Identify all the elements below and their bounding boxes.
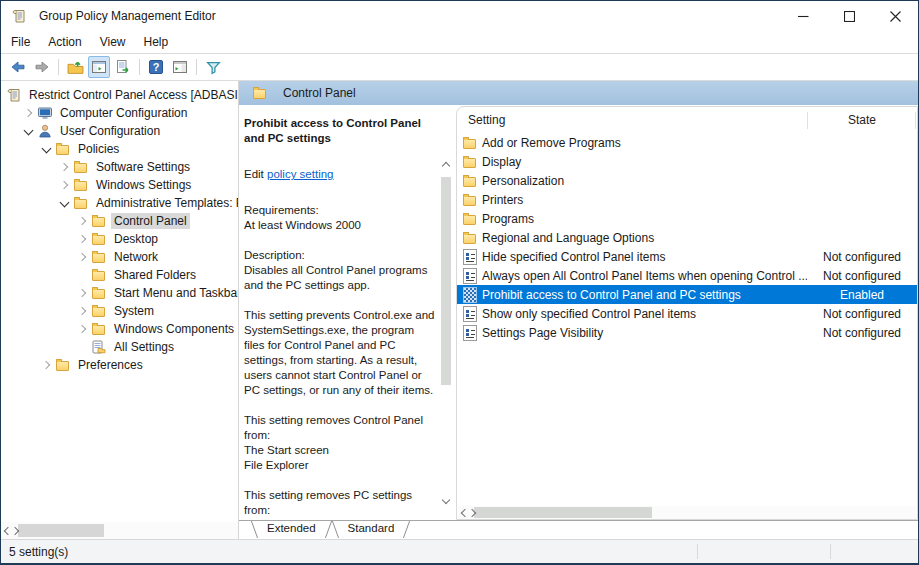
folder-icon: [72, 159, 89, 175]
row-setting-label: Printers: [478, 193, 807, 207]
chevron-right-icon[interactable]: [39, 357, 54, 373]
chevron-right-icon[interactable]: [57, 159, 72, 175]
chevron-down-icon[interactable]: [39, 141, 54, 157]
chevron-down-icon[interactable]: [21, 123, 36, 139]
list-row-personalization[interactable]: Personalization: [457, 171, 917, 190]
scroll-right-icon[interactable]: [11, 526, 238, 536]
list-row-always-open-all-control-panel-items[interactable]: Always open All Control Panel Items when…: [457, 266, 917, 285]
list-row-settings-page-visibility[interactable]: Settings Page Visibility Not configured: [457, 323, 917, 342]
chevron-right-icon[interactable]: [75, 249, 90, 265]
maximize-button[interactable]: [826, 1, 872, 31]
up-one-level-button[interactable]: [64, 56, 86, 78]
edit-policy-setting-link[interactable]: policy setting: [267, 168, 333, 180]
export-list-button[interactable]: [112, 56, 134, 78]
details-vertical-scrollbar[interactable]: [439, 159, 453, 506]
menu-bar: File Action View Help: [1, 31, 918, 54]
toolbar-separator: [139, 59, 140, 75]
chevron-right-icon[interactable]: [75, 213, 90, 229]
policy-setting-icon: [461, 325, 478, 341]
forward-button[interactable]: [31, 56, 53, 78]
filter-button[interactable]: [202, 56, 224, 78]
list-row-programs[interactable]: Programs: [457, 209, 917, 228]
console-tree-button[interactable]: [88, 56, 110, 78]
tree-item-policies[interactable]: Policies: [1, 140, 238, 158]
chevron-right-icon[interactable]: [75, 321, 90, 337]
row-state-label: Not configured: [807, 269, 917, 283]
action-pane-button[interactable]: [169, 56, 191, 78]
list-row-hide-specified-control-panel-items[interactable]: Hide specified Control Panel items Not c…: [457, 247, 917, 266]
scroll-right-icon[interactable]: [468, 508, 916, 518]
tree-item-label: System: [111, 303, 157, 319]
row-setting-label: Personalization: [478, 174, 807, 188]
console-tree-icon: [91, 59, 107, 75]
tree-item-shared-folders[interactable]: Shared Folders: [1, 266, 238, 284]
tree-item-root[interactable]: Restrict Control Panel Access [ADBASIC: [1, 86, 238, 104]
tree-item-all-settings[interactable]: All Settings: [1, 338, 238, 356]
folder-icon: [461, 137, 478, 149]
status-text: 5 setting(s): [9, 545, 68, 559]
menu-item-file[interactable]: File: [2, 32, 39, 52]
folder-icon: [90, 285, 107, 301]
column-header-setting[interactable]: Setting: [457, 113, 807, 127]
menu-item-view[interactable]: View: [91, 32, 135, 52]
list-row-add-or-remove-programs[interactable]: Add or Remove Programs: [457, 133, 917, 152]
scrollbar-thumb[interactable]: [441, 177, 451, 385]
folder-icon: [54, 357, 71, 373]
chevron-right-icon[interactable]: [57, 177, 72, 193]
row-setting-label: Regional and Language Options: [478, 231, 807, 245]
main-area: Restrict Control Panel Access [ADBASIC C…: [1, 81, 918, 539]
minimize-button[interactable]: [780, 1, 826, 31]
tree-item-start-menu-and-taskbar[interactable]: Start Menu and Taskbar: [1, 284, 238, 302]
tree-item-software-settings[interactable]: Software Settings: [1, 158, 238, 176]
list-row-printers[interactable]: Printers: [457, 190, 917, 209]
svg-text:?: ?: [153, 61, 160, 73]
user-icon: [36, 123, 53, 139]
tree-item-administrative-templates[interactable]: Administrative Templates: Pc: [1, 194, 238, 212]
description-text: Disables all Control Panel programs and …: [244, 263, 436, 518]
scrollbar-track[interactable]: [440, 169, 452, 496]
list-horizontal-scrollbar[interactable]: [458, 506, 916, 519]
tree-item-system[interactable]: System: [1, 302, 238, 320]
chevron-down-icon[interactable]: [57, 195, 72, 211]
help-button[interactable]: ?: [145, 56, 167, 78]
settings-list-panel: Setting State Add or Remove Programs Dis…: [456, 106, 918, 520]
tree-item-windows-components[interactable]: Windows Components: [1, 320, 238, 338]
tab-extended[interactable]: Extended: [251, 521, 332, 539]
scroll-down-icon[interactable]: [441, 496, 451, 506]
list-row-regional-and-language-options[interactable]: Regional and Language Options: [457, 228, 917, 247]
tree-item-label: Start Menu and Taskbar: [111, 285, 239, 301]
folder-icon: [251, 85, 268, 101]
status-bar: 5 setting(s): [1, 539, 918, 563]
column-separator[interactable]: [807, 112, 808, 129]
chevron-right-icon[interactable]: [75, 303, 90, 319]
back-button[interactable]: [7, 56, 29, 78]
chevron-right-icon[interactable]: [21, 105, 36, 121]
folder-icon: [90, 321, 107, 337]
close-button[interactable]: [872, 1, 918, 31]
tree-item-computer-configuration[interactable]: Computer Configuration: [1, 104, 238, 122]
chevron-right-icon[interactable]: [75, 285, 90, 301]
list-row-show-only-specified-control-panel-items[interactable]: Show only specified Control Panel items …: [457, 304, 917, 323]
tree-item-control-panel[interactable]: Control Panel: [1, 212, 238, 230]
tree-item-windows-settings[interactable]: Windows Settings: [1, 176, 238, 194]
list-row-prohibit-access-to-control-panel[interactable]: Prohibit access to Control Panel and PC …: [457, 285, 917, 304]
tree-item-user-configuration[interactable]: User Configuration: [1, 122, 238, 140]
row-state-label: Not configured: [807, 326, 917, 340]
tree-item-preferences[interactable]: Preferences: [1, 356, 238, 374]
tree-item-desktop[interactable]: Desktop: [1, 230, 238, 248]
column-header-state[interactable]: State: [807, 113, 917, 127]
window-title: Group Policy Management Editor: [39, 9, 216, 23]
folder-icon: [90, 213, 107, 229]
column-separator[interactable]: [915, 112, 916, 129]
tab-standard[interactable]: Standard: [332, 521, 411, 539]
tree-item-network[interactable]: Network: [1, 248, 238, 266]
tree-horizontal-scrollbar[interactable]: [1, 522, 238, 539]
scroll-up-icon[interactable]: [441, 159, 451, 169]
list-row-display[interactable]: Display: [457, 152, 917, 171]
menu-item-action[interactable]: Action: [39, 32, 90, 52]
menu-item-help[interactable]: Help: [135, 32, 178, 52]
folder-icon: [461, 194, 478, 206]
edit-line: Edit policy setting: [244, 167, 436, 182]
chevron-right-icon[interactable]: [75, 231, 90, 247]
row-setting-label: Show only specified Control Panel items: [478, 307, 807, 321]
